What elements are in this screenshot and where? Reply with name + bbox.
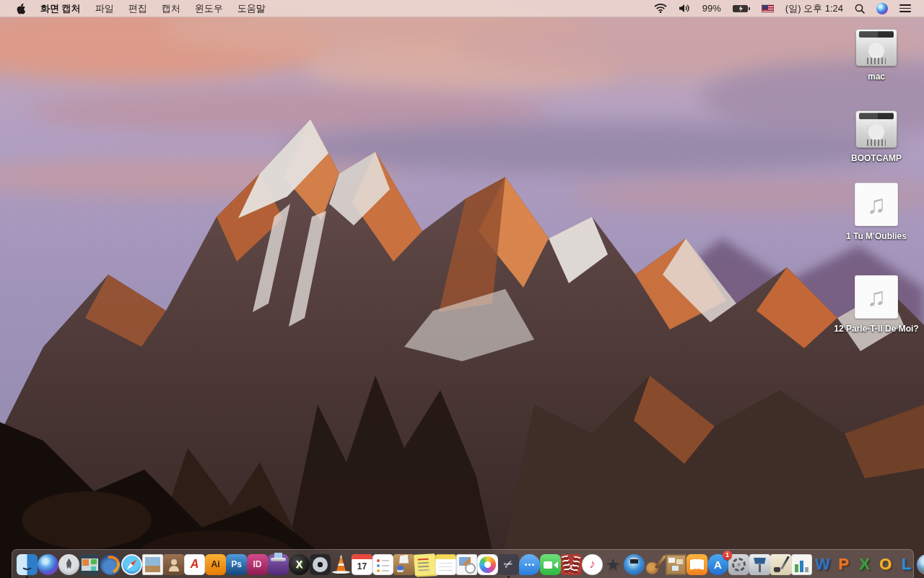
dock-item-outlook[interactable]: O <box>875 551 896 575</box>
desktop-icon-mac[interactable]: mac <box>833 29 920 82</box>
imovie-star-icon[interactable]: ★ <box>603 554 624 575</box>
dock-item-quark[interactable]: X <box>289 551 310 575</box>
dock-item-facetime[interactable] <box>540 551 561 575</box>
corkboard-collage-icon[interactable] <box>666 554 687 575</box>
siri-icon[interactable] <box>871 0 894 17</box>
app-store-icon[interactable]: A1 <box>707 554 728 575</box>
finder-icon[interactable] <box>17 554 38 575</box>
dock-item-keynote[interactable] <box>749 551 770 575</box>
dock-item-missionctl[interactable] <box>79 551 100 575</box>
desktop-icon-song2[interactable]: ♫12 Parle-T-Il De Moi? <box>833 275 920 334</box>
desktop-icon-song1[interactable]: ♫1 Tu M'Oublies <box>833 183 920 241</box>
dock-item-toast[interactable] <box>268 551 289 575</box>
dock-item-excel[interactable]: X <box>854 551 875 575</box>
toast-burner-icon[interactable] <box>268 554 289 575</box>
garageband-guitar-icon[interactable] <box>645 554 666 575</box>
menu-file[interactable]: 파일 <box>88 0 121 17</box>
messages-bubble-icon[interactable] <box>519 554 540 575</box>
ms-powerpoint-icon[interactable]: P <box>833 554 854 575</box>
audio-file-icon[interactable]: ♫ <box>855 183 898 226</box>
pages-inkwell-icon[interactable] <box>770 554 791 575</box>
dock-item-itunes[interactable]: ♪ <box>582 551 603 575</box>
idvd-disc-icon[interactable] <box>624 554 645 575</box>
menu-capture[interactable]: 캡처 <box>154 0 188 17</box>
firefox-icon[interactable] <box>100 554 121 575</box>
clock[interactable]: (일) 오후 1:24 <box>780 0 849 17</box>
dock-item-preview[interactable] <box>456 551 477 575</box>
menu-help[interactable]: 도움말 <box>230 0 273 17</box>
ms-word-icon[interactable]: W <box>812 554 833 575</box>
ibooks-icon[interactable] <box>687 554 707 575</box>
dock-item-finder[interactable] <box>17 551 38 575</box>
dock-item-word[interactable]: W <box>812 551 833 575</box>
calendar-icon[interactable]: 17 <box>352 554 372 575</box>
stuffit-expander-icon[interactable] <box>393 554 414 575</box>
preview-loupe-icon[interactable] <box>456 554 477 575</box>
reminders-list-icon[interactable] <box>372 554 393 575</box>
safari-compass-icon[interactable] <box>121 554 142 575</box>
menu-window[interactable]: 윈도우 <box>188 0 230 17</box>
dock-item-powerpoint[interactable]: P <box>833 551 854 575</box>
dock-item-reminders[interactable] <box>372 551 393 575</box>
dock-item-downloader[interactable] <box>917 551 924 575</box>
launchpad-rocket-icon[interactable] <box>58 554 79 575</box>
grab-scissors-icon[interactable]: ✂ <box>498 554 519 575</box>
ms-excel-icon[interactable]: X <box>854 554 875 575</box>
dock-item-acrobat[interactable]: A <box>184 551 205 575</box>
dock-item-notes[interactable] <box>435 551 456 575</box>
dock-item-messages[interactable] <box>519 551 540 575</box>
facetime-camera-icon[interactable] <box>540 554 561 575</box>
dock-item-indesign[interactable]: ID <box>247 551 268 575</box>
dock-item-photoshop[interactable]: Ps <box>226 551 247 575</box>
keynote-podium-icon[interactable] <box>749 554 770 575</box>
photos-flower-icon[interactable] <box>477 554 498 575</box>
volume-icon[interactable] <box>673 0 697 17</box>
acrobat-reader-icon[interactable]: A <box>184 554 205 575</box>
dock-item-safari[interactable] <box>121 551 142 575</box>
adobe-photoshop-icon[interactable]: Ps <box>226 554 247 575</box>
audio-file-icon[interactable]: ♫ <box>855 275 898 319</box>
numbers-chart-icon[interactable] <box>791 554 812 575</box>
hard-drive-icon[interactable] <box>855 111 897 148</box>
dock-item-firefox[interactable] <box>100 551 121 575</box>
contacts-book-icon[interactable] <box>163 554 184 575</box>
dock-item-appstore[interactable]: A1 <box>707 551 728 575</box>
ms-lync-icon[interactable]: L <box>896 554 917 575</box>
dock-item-mail[interactable] <box>142 551 163 575</box>
dock-item-calendar[interactable]: 17 <box>352 551 372 575</box>
adobe-illustrator-icon[interactable]: Ai <box>205 554 226 575</box>
dock-item-collage[interactable] <box>666 551 687 575</box>
desktop-icon-bootcamp[interactable]: BOOTCAMP <box>833 111 920 163</box>
dock-item-numbers[interactable] <box>791 551 812 575</box>
menu-app-name[interactable]: 화면 캡처 <box>33 0 88 17</box>
notification-center-icon[interactable] <box>894 0 917 17</box>
battery-charging-icon[interactable] <box>727 0 756 17</box>
dock-item-illustrator[interactable]: Ai <box>205 551 226 575</box>
dock-item-stuffit[interactable] <box>393 551 414 575</box>
dock-item-photobooth[interactable] <box>561 551 582 575</box>
dock-item-lync[interactable]: L <box>896 551 917 575</box>
hard-drive-icon[interactable] <box>855 29 897 66</box>
disk-utility-icon[interactable] <box>310 554 331 575</box>
dock-item-launchpad[interactable] <box>58 551 79 575</box>
dock-item-disktool[interactable] <box>310 551 331 575</box>
siri-icon[interactable] <box>38 554 58 575</box>
spotlight-search-icon[interactable] <box>849 0 871 17</box>
quarkxpress-icon[interactable]: X <box>289 554 310 575</box>
notes-icon[interactable] <box>435 554 456 575</box>
stickies-notes-icon[interactable] <box>414 553 435 575</box>
dock-item-stickies[interactable] <box>414 551 435 575</box>
dock-item-siri[interactable] <box>38 551 58 575</box>
vlc-cone-icon[interactable] <box>331 554 352 575</box>
dock-item-photos[interactable] <box>477 551 498 575</box>
dock-item-imovie[interactable]: ★ <box>603 551 624 575</box>
mission-control-icon[interactable] <box>79 554 100 575</box>
adobe-indesign-icon[interactable]: ID <box>247 554 268 575</box>
wifi-icon[interactable] <box>648 0 673 17</box>
itunes-note-icon[interactable]: ♪ <box>582 554 603 575</box>
apple-menu[interactable] <box>9 0 33 17</box>
menu-edit[interactable]: 편집 <box>121 0 154 17</box>
ms-outlook-icon[interactable]: O <box>875 554 896 575</box>
dock-item-pages[interactable] <box>770 551 791 575</box>
dock-item-ibooks[interactable] <box>687 551 707 575</box>
